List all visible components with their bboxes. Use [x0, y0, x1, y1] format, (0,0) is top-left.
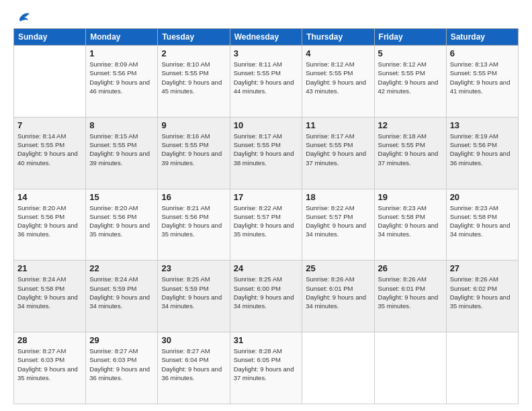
calendar-week-1: 1Sunrise: 8:09 AMSunset: 5:56 PMDaylight…	[14, 46, 519, 118]
calendar-cell: 14Sunrise: 8:20 AMSunset: 5:56 PMDayligh…	[14, 189, 86, 261]
calendar-cell: 11Sunrise: 8:17 AMSunset: 5:55 PMDayligh…	[302, 117, 374, 189]
calendar-cell	[302, 332, 374, 404]
day-info: Sunrise: 8:15 AMSunset: 5:55 PMDaylight:…	[89, 132, 154, 167]
calendar-cell: 16Sunrise: 8:21 AMSunset: 5:56 PMDayligh…	[158, 189, 230, 261]
calendar-cell: 27Sunrise: 8:26 AMSunset: 6:02 PMDayligh…	[446, 261, 518, 332]
day-info: Sunrise: 8:23 AMSunset: 5:58 PMDaylight:…	[378, 203, 443, 239]
calendar-week-4: 21Sunrise: 8:24 AMSunset: 5:58 PMDayligh…	[14, 261, 519, 332]
calendar-cell: 17Sunrise: 8:22 AMSunset: 5:57 PMDayligh…	[230, 189, 302, 261]
day-info: Sunrise: 8:17 AMSunset: 5:55 PMDaylight:…	[234, 132, 299, 167]
calendar-week-2: 7Sunrise: 8:14 AMSunset: 5:55 PMDaylight…	[14, 117, 519, 189]
day-info: Sunrise: 8:22 AMSunset: 5:57 PMDaylight:…	[234, 203, 299, 239]
calendar-cell: 26Sunrise: 8:26 AMSunset: 6:01 PMDayligh…	[374, 261, 446, 332]
calendar-cell: 4Sunrise: 8:12 AMSunset: 5:55 PMDaylight…	[302, 46, 374, 118]
day-number: 12	[378, 120, 443, 130]
day-info: Sunrise: 8:26 AMSunset: 6:02 PMDaylight:…	[450, 275, 515, 310]
page: SundayMondayTuesdayWednesdayThursdayFrid…	[0, 0, 532, 411]
calendar-cell: 6Sunrise: 8:13 AMSunset: 5:55 PMDaylight…	[446, 46, 518, 118]
calendar-cell: 28Sunrise: 8:27 AMSunset: 6:03 PMDayligh…	[14, 332, 86, 404]
calendar-header-thursday: Thursday	[302, 29, 374, 46]
day-number: 22	[89, 263, 154, 273]
day-number: 28	[17, 335, 82, 345]
day-info: Sunrise: 8:25 AMSunset: 5:59 PMDaylight:…	[161, 275, 226, 310]
day-number: 7	[17, 120, 82, 130]
calendar: SundayMondayTuesdayWednesdayThursdayFrid…	[13, 28, 519, 404]
calendar-cell: 8Sunrise: 8:15 AMSunset: 5:55 PMDaylight…	[86, 117, 158, 189]
calendar-cell	[14, 46, 86, 118]
day-info: Sunrise: 8:28 AMSunset: 6:05 PMDaylight:…	[234, 347, 299, 382]
calendar-cell: 1Sunrise: 8:09 AMSunset: 5:56 PMDaylight…	[86, 46, 158, 118]
day-number: 17	[234, 192, 299, 202]
day-info: Sunrise: 8:21 AMSunset: 5:56 PMDaylight:…	[161, 203, 226, 239]
calendar-cell	[446, 332, 518, 404]
day-number: 30	[161, 335, 226, 345]
day-number: 1	[89, 48, 154, 58]
day-number: 14	[17, 192, 82, 202]
calendar-cell: 10Sunrise: 8:17 AMSunset: 5:55 PMDayligh…	[230, 117, 302, 189]
day-number: 29	[89, 335, 154, 345]
day-number: 3	[234, 48, 299, 58]
day-info: Sunrise: 8:24 AMSunset: 5:58 PMDaylight:…	[17, 275, 82, 310]
calendar-cell: 23Sunrise: 8:25 AMSunset: 5:59 PMDayligh…	[158, 261, 230, 332]
day-number: 15	[89, 192, 154, 202]
calendar-cell: 19Sunrise: 8:23 AMSunset: 5:58 PMDayligh…	[374, 189, 446, 261]
calendar-header-wednesday: Wednesday	[230, 29, 302, 46]
day-number: 21	[17, 263, 82, 273]
day-info: Sunrise: 8:24 AMSunset: 5:59 PMDaylight:…	[89, 275, 154, 310]
day-info: Sunrise: 8:27 AMSunset: 6:03 PMDaylight:…	[89, 347, 154, 382]
calendar-header-row: SundayMondayTuesdayWednesdayThursdayFrid…	[14, 29, 519, 46]
day-info: Sunrise: 8:19 AMSunset: 5:56 PMDaylight:…	[450, 132, 515, 167]
day-number: 18	[306, 192, 370, 202]
day-info: Sunrise: 8:12 AMSunset: 5:55 PMDaylight:…	[378, 60, 443, 95]
day-info: Sunrise: 8:13 AMSunset: 5:55 PMDaylight:…	[450, 60, 515, 95]
day-number: 16	[161, 192, 226, 202]
calendar-cell: 3Sunrise: 8:11 AMSunset: 5:55 PMDaylight…	[230, 46, 302, 118]
day-number: 9	[161, 120, 226, 130]
day-number: 10	[234, 120, 299, 130]
day-info: Sunrise: 8:20 AMSunset: 5:56 PMDaylight:…	[89, 203, 154, 239]
logo	[13, 12, 30, 21]
day-number: 8	[89, 120, 154, 130]
calendar-cell: 30Sunrise: 8:27 AMSunset: 6:04 PMDayligh…	[158, 332, 230, 404]
calendar-week-5: 28Sunrise: 8:27 AMSunset: 6:03 PMDayligh…	[14, 332, 519, 404]
day-number: 19	[378, 192, 443, 202]
day-info: Sunrise: 8:23 AMSunset: 5:58 PMDaylight:…	[450, 203, 515, 239]
day-info: Sunrise: 8:26 AMSunset: 6:01 PMDaylight:…	[378, 275, 443, 310]
calendar-cell: 18Sunrise: 8:22 AMSunset: 5:57 PMDayligh…	[302, 189, 374, 261]
calendar-cell: 5Sunrise: 8:12 AMSunset: 5:55 PMDaylight…	[374, 46, 446, 118]
calendar-cell: 25Sunrise: 8:26 AMSunset: 6:01 PMDayligh…	[302, 261, 374, 332]
day-number: 4	[306, 48, 370, 58]
day-number: 31	[234, 335, 299, 345]
day-number: 24	[234, 263, 299, 273]
day-number: 26	[378, 263, 443, 273]
day-info: Sunrise: 8:09 AMSunset: 5:56 PMDaylight:…	[89, 60, 154, 95]
day-info: Sunrise: 8:16 AMSunset: 5:55 PMDaylight:…	[161, 132, 226, 167]
day-number: 2	[161, 48, 226, 58]
day-number: 11	[306, 120, 370, 130]
calendar-cell: 13Sunrise: 8:19 AMSunset: 5:56 PMDayligh…	[446, 117, 518, 189]
day-info: Sunrise: 8:12 AMSunset: 5:55 PMDaylight:…	[306, 60, 370, 95]
calendar-cell: 15Sunrise: 8:20 AMSunset: 5:56 PMDayligh…	[86, 189, 158, 261]
calendar-cell: 31Sunrise: 8:28 AMSunset: 6:05 PMDayligh…	[230, 332, 302, 404]
day-info: Sunrise: 8:11 AMSunset: 5:55 PMDaylight:…	[234, 60, 299, 95]
day-info: Sunrise: 8:17 AMSunset: 5:55 PMDaylight:…	[306, 132, 370, 167]
day-info: Sunrise: 8:25 AMSunset: 6:00 PMDaylight:…	[234, 275, 299, 310]
day-info: Sunrise: 8:18 AMSunset: 5:55 PMDaylight:…	[378, 132, 443, 167]
day-info: Sunrise: 8:27 AMSunset: 6:04 PMDaylight:…	[161, 347, 226, 382]
day-number: 5	[378, 48, 443, 58]
day-info: Sunrise: 8:26 AMSunset: 6:01 PMDaylight:…	[306, 275, 370, 310]
day-number: 6	[450, 48, 515, 58]
day-info: Sunrise: 8:20 AMSunset: 5:56 PMDaylight:…	[17, 203, 82, 239]
day-number: 13	[450, 120, 515, 130]
calendar-cell: 7Sunrise: 8:14 AMSunset: 5:55 PMDaylight…	[14, 117, 86, 189]
calendar-cell: 2Sunrise: 8:10 AMSunset: 5:55 PMDaylight…	[158, 46, 230, 118]
calendar-header-tuesday: Tuesday	[158, 29, 230, 46]
calendar-cell: 22Sunrise: 8:24 AMSunset: 5:59 PMDayligh…	[86, 261, 158, 332]
calendar-cell: 24Sunrise: 8:25 AMSunset: 6:00 PMDayligh…	[230, 261, 302, 332]
calendar-cell: 21Sunrise: 8:24 AMSunset: 5:58 PMDayligh…	[14, 261, 86, 332]
calendar-cell: 29Sunrise: 8:27 AMSunset: 6:03 PMDayligh…	[86, 332, 158, 404]
day-number: 23	[161, 263, 226, 273]
day-info: Sunrise: 8:14 AMSunset: 5:55 PMDaylight:…	[17, 132, 82, 167]
day-number: 25	[306, 263, 370, 273]
day-number: 20	[450, 192, 515, 202]
